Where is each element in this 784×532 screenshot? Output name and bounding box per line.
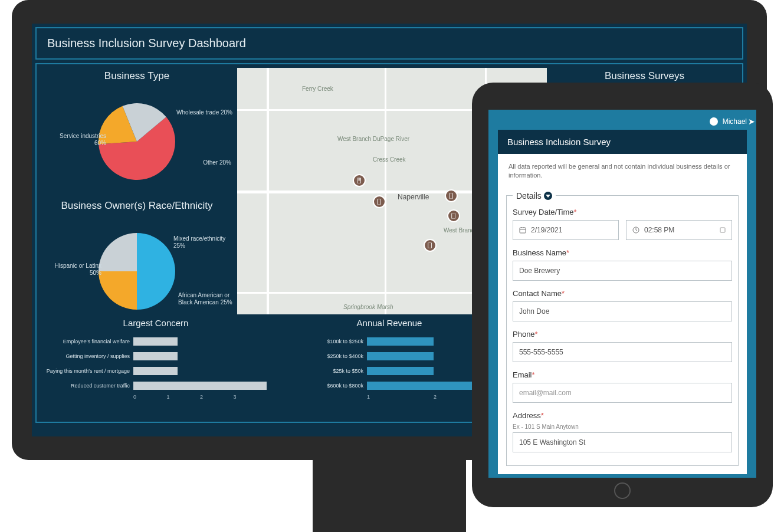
address-input[interactable] — [513, 432, 732, 452]
map-marker-icon[interactable] — [424, 239, 437, 252]
tablet-screen: Michael Business Inclusion Survey All da… — [488, 110, 756, 478]
bar-label: $25k to $50k — [278, 368, 367, 374]
bar-row: Getting inventory / supplies — [45, 350, 267, 363]
bar-panel-revenue[interactable]: Annual Revenue $100k to $250k$250k to $4… — [273, 316, 506, 422]
bar-fill — [367, 367, 434, 375]
pie-label: Service industries 60% — [47, 133, 106, 147]
business-name-input[interactable] — [513, 261, 732, 281]
contact-name-input[interactable] — [513, 301, 732, 321]
tablet-home-button[interactable] — [614, 482, 631, 499]
map-area-label: Springbrook Marsh — [343, 304, 393, 310]
bar-label: Getting inventory / supplies — [45, 353, 133, 359]
clock-icon — [632, 226, 639, 234]
section-title-concern: Largest Concern — [45, 316, 267, 331]
bar-axis: 0123 — [133, 394, 267, 400]
bar-panel-concern[interactable]: Largest Concern Employee's financial wel… — [39, 316, 273, 422]
pie-label: African American or Black American 25% — [178, 292, 237, 306]
bar-row: $600k to $800k — [278, 379, 500, 392]
chevron-down-icon[interactable] — [544, 192, 552, 200]
bar-row: Employee's financial welfare — [45, 335, 267, 348]
bar-fill — [367, 337, 434, 346]
details-fieldset: Details Survey Date/Time* 2/19/2021 — [506, 191, 739, 466]
bar-label: $100k to $250k — [278, 339, 367, 344]
avatar-icon[interactable] — [710, 117, 718, 126]
form-intro: All data reported will be general and no… — [498, 154, 747, 189]
pie-business-type-svg — [99, 103, 175, 180]
details-legend[interactable]: Details — [513, 191, 556, 201]
section-title-revenue: Annual Revenue — [278, 316, 500, 331]
bar-row: $25k to $50k — [278, 364, 500, 377]
clear-icon[interactable] — [720, 227, 726, 233]
pie-label: Hispanic or Latinx 50% — [42, 262, 101, 277]
map-marker-icon[interactable] — [353, 174, 366, 187]
bar-row: $250k to $400k — [278, 350, 500, 363]
details-legend-text: Details — [516, 191, 542, 201]
bar-fill — [133, 337, 178, 346]
bar-fill — [133, 382, 267, 390]
bar-row: Paying this month's rent / mortgage — [45, 364, 267, 377]
tablet-topbar: Michael — [492, 113, 753, 130]
bar-row: Reduced customer traffic — [45, 379, 267, 392]
pie-race-ethnicity[interactable]: Hispanic or Latinx 50% Mixed race/ethnic… — [37, 215, 237, 327]
label-email: Email* — [513, 370, 732, 379]
map-marker-icon[interactable] — [373, 195, 386, 208]
label-contact-name: Contact Name* — [513, 289, 732, 298]
time-value: 02:58 PM — [644, 226, 674, 234]
survey-form: Business Inclusion Survey All data repor… — [498, 130, 747, 474]
pie-race-svg — [99, 233, 175, 310]
map-area-label: West Branch DuPage River — [337, 136, 409, 142]
form-header: Business Inclusion Survey — [498, 130, 747, 154]
email-input[interactable] — [513, 383, 732, 403]
map-city-label: Naperville — [398, 193, 429, 201]
date-value: 2/19/2021 — [531, 226, 562, 234]
pie-label: Mixed race/ethnicity 25% — [173, 235, 232, 249]
label-phone: Phone* — [513, 330, 732, 339]
tablet-device: Michael Business Inclusion Survey All da… — [472, 83, 773, 507]
dashboard-title: Business Inclusion Survey Dashboard — [35, 27, 743, 60]
bar-label: Employee's financial welfare — [45, 339, 133, 344]
label-address: Address* — [513, 411, 732, 420]
label-date-time: Survey Date/Time* — [513, 208, 732, 216]
phone-input[interactable] — [513, 342, 732, 362]
map-marker-icon[interactable] — [445, 189, 458, 202]
monitor-stand — [313, 460, 466, 532]
cursor-icon: ➤ — [748, 117, 755, 126]
pie-business-type[interactable]: Service industries 60% Wholesale trade 2… — [37, 86, 237, 198]
section-title-business-type: Business Type — [37, 68, 237, 86]
bar-label: $250k to $400k — [278, 353, 367, 359]
map-marker-icon[interactable] — [447, 209, 460, 222]
time-input[interactable]: 02:58 PM — [626, 220, 732, 240]
pie-label: Wholesale trade 20% — [176, 109, 232, 116]
address-hint: Ex - 101 S Main Anytown — [513, 423, 732, 430]
bar-row: $100k to $250k — [278, 335, 500, 348]
map-area-label: Ferry Creek — [302, 86, 333, 92]
user-name[interactable]: Michael — [723, 117, 747, 126]
map-area-label: Cress Creek — [373, 156, 406, 163]
calendar-icon — [519, 226, 526, 234]
bar-label: Paying this month's rent / mortgage — [45, 368, 133, 374]
bar-fill — [367, 352, 434, 360]
bar-label: $600k to $800k — [278, 383, 367, 389]
pie-label: Other 20% — [203, 159, 231, 166]
bar-fill — [133, 352, 178, 360]
label-business-name: Business Name* — [513, 248, 732, 257]
svg-rect-5 — [720, 228, 725, 232]
section-title-race: Business Owner(s) Race/Ethnicity — [37, 198, 237, 215]
bar-fill — [133, 367, 178, 375]
svg-rect-0 — [520, 228, 526, 233]
date-input[interactable]: 2/19/2021 — [513, 220, 619, 240]
bar-label: Reduced customer traffic — [45, 383, 133, 389]
